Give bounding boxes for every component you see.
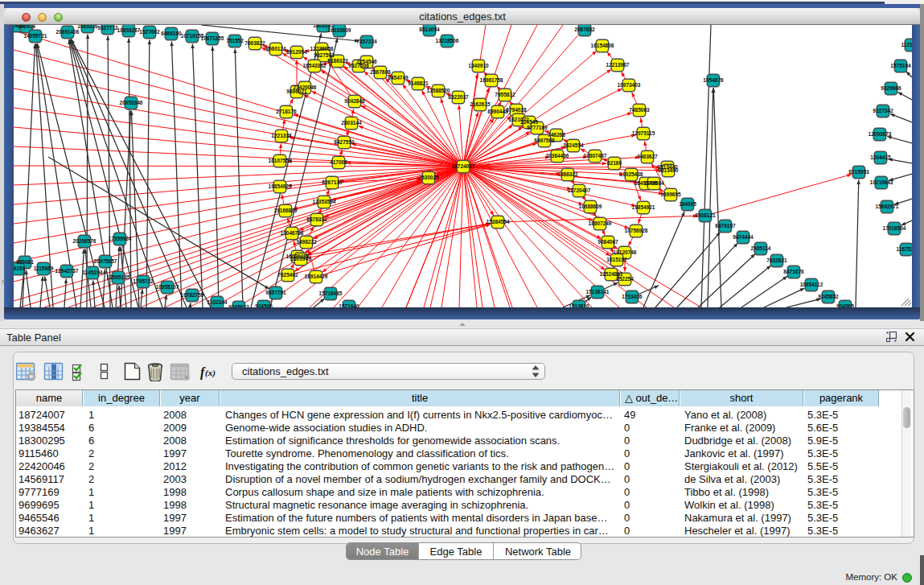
svg-text:1167533: 1167533 bbox=[897, 246, 912, 252]
svg-text:10210643: 10210643 bbox=[870, 179, 893, 185]
svg-text:10756928: 10756928 bbox=[625, 228, 648, 233]
svg-text:2530029: 2530029 bbox=[418, 175, 439, 180]
svg-text:2162615: 2162615 bbox=[470, 101, 491, 107]
svg-text:16033809: 16033809 bbox=[328, 27, 351, 33]
svg-text:2718176: 2718176 bbox=[276, 109, 297, 114]
svg-text:9242848: 9242848 bbox=[344, 98, 365, 104]
svg-text:16782759: 16782759 bbox=[181, 292, 204, 298]
svg-text:10653267: 10653267 bbox=[117, 27, 141, 33]
svg-text:16914479: 16914479 bbox=[305, 274, 328, 279]
svg-text:8454749: 8454749 bbox=[388, 75, 409, 80]
svg-text:16961758: 16961758 bbox=[480, 77, 503, 83]
svg-text:1121953: 1121953 bbox=[901, 42, 912, 47]
svg-text:751552: 751552 bbox=[226, 38, 244, 43]
svg-text:8990448: 8990448 bbox=[487, 109, 508, 114]
svg-text:16154808: 16154808 bbox=[591, 43, 614, 48]
svg-text:1115689: 1115689 bbox=[34, 266, 54, 271]
svg-text:8878332: 8878332 bbox=[306, 216, 327, 222]
svg-text:8215953: 8215953 bbox=[848, 169, 869, 175]
svg-text:164095: 164095 bbox=[679, 201, 696, 207]
svg-text:1575104: 1575104 bbox=[890, 63, 911, 68]
svg-text:12505135: 12505135 bbox=[107, 274, 130, 280]
svg-text:6466160: 6466160 bbox=[161, 31, 182, 36]
svg-text:7485063: 7485063 bbox=[629, 107, 650, 113]
svg-text:8471676: 8471676 bbox=[783, 269, 804, 274]
svg-text:19854921: 19854921 bbox=[632, 204, 655, 210]
svg-text:2254546: 2254546 bbox=[356, 59, 377, 64]
svg-text:9777169: 9777169 bbox=[527, 125, 548, 130]
svg-text:1527602: 1527602 bbox=[139, 29, 160, 35]
svg-text:15136141: 15136141 bbox=[586, 289, 610, 295]
svg-text:(x): (x) bbox=[205, 368, 216, 378]
svg-text:9146821: 9146821 bbox=[408, 80, 429, 86]
svg-text:417006: 417006 bbox=[330, 159, 347, 165]
svg-text:206914: 206914 bbox=[18, 25, 35, 29]
svg-text:1145194: 1145194 bbox=[83, 270, 103, 275]
svg-text:1221338: 1221338 bbox=[271, 133, 292, 138]
svg-text:19854923: 19854923 bbox=[269, 183, 292, 189]
svg-text:19166829: 19166829 bbox=[274, 208, 298, 213]
svg-text:20691406: 20691406 bbox=[56, 29, 80, 35]
svg-text:12093873: 12093873 bbox=[869, 131, 892, 137]
svg-text:6794028: 6794028 bbox=[506, 107, 527, 113]
svg-text:15716485: 15716485 bbox=[319, 290, 343, 296]
svg-text:224545: 224545 bbox=[520, 119, 538, 125]
svg-text:7357224: 7357224 bbox=[356, 39, 377, 44]
svg-text:1054876: 1054876 bbox=[703, 77, 724, 83]
svg-text:9327503: 9327503 bbox=[314, 52, 335, 58]
svg-text:9329966: 9329966 bbox=[881, 85, 901, 91]
svg-text:62160: 62160 bbox=[607, 160, 622, 166]
svg-text:985081: 985081 bbox=[16, 259, 34, 265]
svg-text:12226058: 12226058 bbox=[310, 46, 334, 51]
svg-text:1795722: 1795722 bbox=[133, 278, 154, 284]
svg-text:1192344: 1192344 bbox=[207, 299, 228, 305]
svg-text:1733426: 1733426 bbox=[622, 294, 643, 299]
svg-text:2087682: 2087682 bbox=[574, 27, 595, 32]
svg-text:1513610: 1513610 bbox=[569, 303, 589, 307]
svg-text:924506: 924506 bbox=[255, 303, 273, 307]
svg-text:1244415: 1244415 bbox=[870, 154, 891, 160]
svg-text:8813054: 8813054 bbox=[419, 27, 440, 32]
svg-text:15384554: 15384554 bbox=[487, 219, 510, 225]
svg-text:23420046: 23420046 bbox=[294, 84, 317, 90]
svg-text:9857791: 9857791 bbox=[265, 290, 286, 295]
svg-text:1609949: 1609949 bbox=[290, 256, 311, 262]
svg-text:10120746: 10120746 bbox=[614, 249, 637, 255]
svg-text:2935114: 2935114 bbox=[751, 245, 771, 251]
svg-text:20206576: 20206576 bbox=[73, 238, 97, 244]
svg-text:10046786: 10046786 bbox=[281, 230, 304, 236]
svg-text:8912954: 8912954 bbox=[286, 49, 307, 55]
svg-text:12942737: 12942737 bbox=[55, 268, 79, 274]
svg-text:7663822: 7663822 bbox=[244, 40, 265, 46]
svg-text:15692971: 15692971 bbox=[876, 204, 899, 209]
svg-text:20364436: 20364436 bbox=[546, 153, 569, 159]
svg-text:10807487: 10807487 bbox=[584, 153, 607, 159]
svg-text:8938121: 8938121 bbox=[695, 212, 716, 218]
svg-text:7955812: 7955812 bbox=[495, 92, 515, 97]
svg-text:10973403: 10973403 bbox=[618, 82, 641, 88]
svg-text:8186323: 8186323 bbox=[327, 58, 348, 64]
svg-text:13218506: 13218506 bbox=[436, 38, 459, 43]
svg-text:3498222: 3498222 bbox=[296, 239, 317, 245]
svg-text:12975115: 12975115 bbox=[632, 130, 655, 136]
svg-text:8427552: 8427552 bbox=[334, 139, 355, 145]
svg-text:9245652: 9245652 bbox=[818, 294, 839, 299]
svg-text:6497568: 6497568 bbox=[534, 138, 555, 143]
svg-text:9084067: 9084067 bbox=[598, 239, 618, 245]
svg-text:7986322: 7986322 bbox=[557, 171, 578, 177]
svg-text:10671355: 10671355 bbox=[201, 35, 224, 41]
svg-text:2803144: 2803144 bbox=[341, 120, 362, 126]
svg-text:9513400: 9513400 bbox=[658, 167, 679, 173]
svg-text:39159: 39159 bbox=[14, 266, 25, 271]
svg-text:12353594: 12353594 bbox=[313, 199, 336, 204]
svg-text:924565: 924565 bbox=[836, 303, 854, 307]
svg-text:9474444: 9474444 bbox=[733, 234, 754, 240]
svg-text:10958107: 10958107 bbox=[156, 284, 179, 290]
svg-text:20053346: 20053346 bbox=[120, 100, 143, 105]
svg-text:10688609: 10688609 bbox=[579, 204, 602, 209]
svg-text:1065326: 1065326 bbox=[77, 25, 98, 29]
svg-text:17016504: 17016504 bbox=[883, 225, 906, 231]
svg-text:6479197: 6479197 bbox=[715, 223, 736, 229]
svg-text:20975857: 20975857 bbox=[94, 258, 117, 264]
svg-text:252254: 252254 bbox=[616, 276, 634, 282]
